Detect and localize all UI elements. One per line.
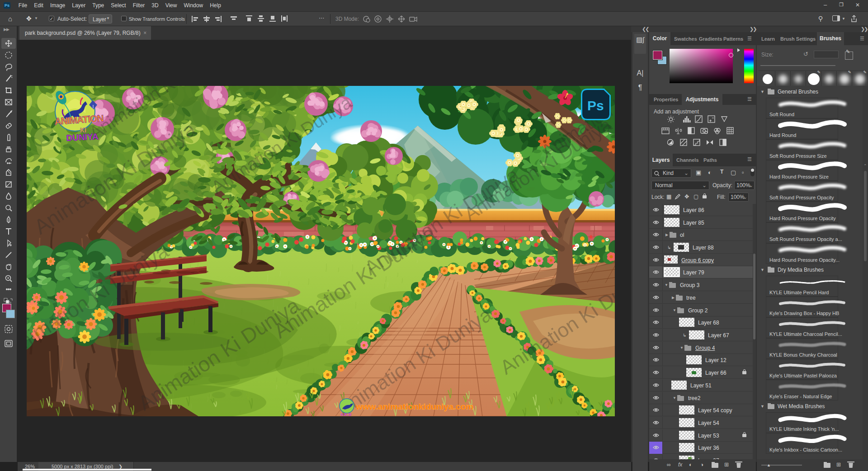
svg-text:A.K.D: A.K.D xyxy=(340,412,352,416)
svg-text:Ps: Ps xyxy=(587,98,604,113)
svg-text:DUNIYA: DUNIYA xyxy=(66,132,99,143)
svg-text:www.animationkiduniya.com: www.animationkiduniya.com xyxy=(355,402,473,411)
